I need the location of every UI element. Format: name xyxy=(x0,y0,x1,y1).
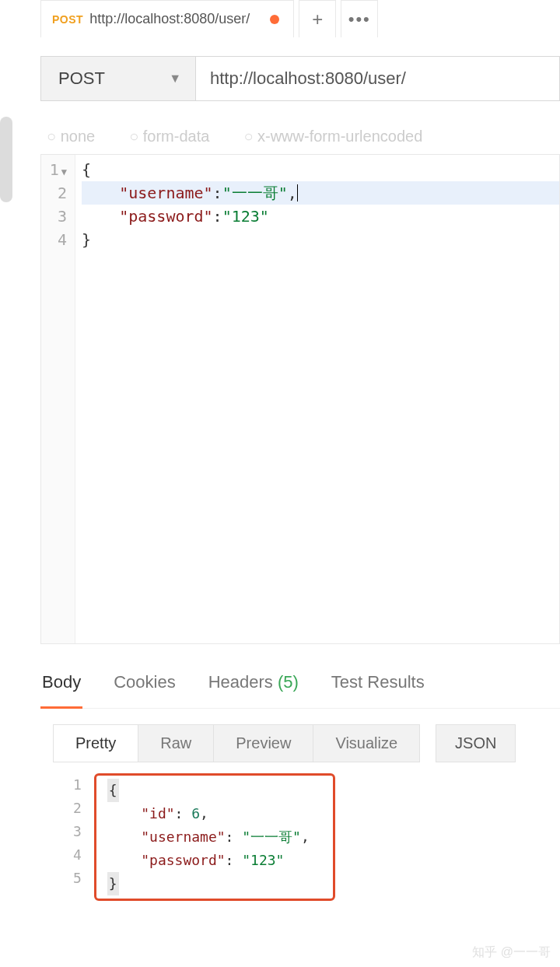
tab-body[interactable]: Body xyxy=(40,672,82,709)
url-input[interactable] xyxy=(196,56,560,101)
tab-cookies[interactable]: Cookies xyxy=(112,672,177,700)
request-body-editor[interactable]: 1▼ 2 3 4 { "username":"一一哥", "password":… xyxy=(40,154,560,644)
unsaved-dot-icon xyxy=(270,15,279,24)
text-cursor xyxy=(297,184,299,201)
view-raw[interactable]: Raw xyxy=(138,725,214,762)
headers-count: (5) xyxy=(278,672,299,692)
tab-test-results[interactable]: Test Results xyxy=(330,672,426,700)
radio-none[interactable]: none xyxy=(47,128,95,149)
tab-bar: POST http://localhost:8080/user/ + ••• xyxy=(19,0,560,37)
response-lang-select[interactable]: JSON xyxy=(436,724,516,762)
request-row: POST ▼ xyxy=(40,56,560,101)
scrollbar-thumb[interactable] xyxy=(0,117,12,202)
tab-headers-label: Headers xyxy=(208,672,273,692)
new-tab-button[interactable]: + xyxy=(299,0,336,37)
view-preview[interactable]: Preview xyxy=(214,725,313,762)
view-pretty[interactable]: Pretty xyxy=(54,725,138,762)
editor-code[interactable]: { "username":"一一哥", "password":"123" } xyxy=(75,155,559,643)
editor-gutter: 1▼ 2 3 4 xyxy=(41,155,75,643)
response-gutter: 1 2 3 4 5 xyxy=(73,773,94,901)
view-mode-group: Pretty Raw Preview Visualize xyxy=(53,724,420,762)
radio-form-data[interactable]: form-data xyxy=(129,128,209,149)
caret-down-icon: ▼ xyxy=(169,72,181,86)
tab-headers[interactable]: Headers (5) xyxy=(207,672,300,700)
tab-title: http://localhost:8080/user/ xyxy=(89,11,250,27)
watermark: 知乎 @一一哥 xyxy=(472,944,551,961)
view-modes: Pretty Raw Preview Visualize JSON xyxy=(53,724,560,762)
method-select[interactable]: POST ▼ xyxy=(40,56,196,101)
response-json-highlight[interactable]: { "id": 6, "username": "一一哥", "password"… xyxy=(94,773,335,901)
view-visualize[interactable]: Visualize xyxy=(313,725,419,762)
request-tab[interactable]: POST http://localhost:8080/user/ xyxy=(40,0,294,37)
body-type-radios: none form-data x-www-form-urlencoded xyxy=(40,128,560,149)
tab-method-badge: POST xyxy=(52,13,83,26)
tab-overflow-button[interactable]: ••• xyxy=(341,0,378,37)
response-body: 1 2 3 4 5 { "id": 6, "username": "一一哥", … xyxy=(73,773,560,901)
fold-icon[interactable]: ▼ xyxy=(61,166,67,177)
radio-xwww[interactable]: x-www-form-urlencoded xyxy=(243,128,422,149)
response-tabs: Body Cookies Headers (5) Test Results xyxy=(40,672,560,709)
method-label: POST xyxy=(58,68,105,89)
